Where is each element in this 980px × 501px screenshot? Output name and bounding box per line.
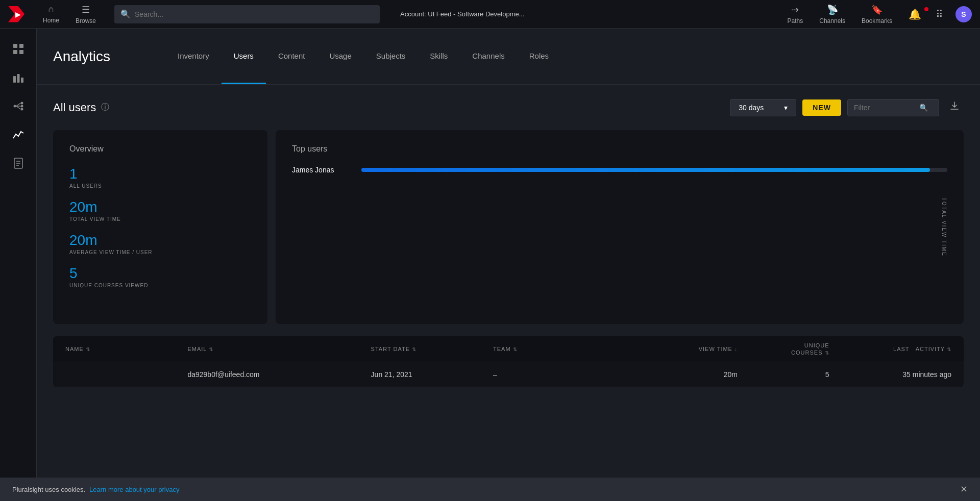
filter-input[interactable]	[854, 104, 915, 112]
svg-point-7	[13, 105, 16, 108]
svg-rect-6	[21, 78, 23, 83]
channels-icon: 📡	[827, 4, 838, 15]
cookie-privacy-link[interactable]: Learn more about your privacy	[89, 486, 179, 493]
table-row[interactable]: da929b0f@uifeed.com Jun 21, 2021 – 20m 5…	[53, 362, 964, 387]
analytics-header: Analytics Inventory Users Content Usage …	[37, 29, 980, 85]
paths-icon: ⇢	[791, 4, 799, 15]
th-unique-courses[interactable]: UNIQUE COURSES ⇅	[738, 342, 829, 356]
svg-rect-1	[19, 44, 23, 48]
tab-roles[interactable]: Roles	[517, 29, 561, 84]
tab-usage[interactable]: Usage	[317, 29, 363, 84]
th-last-activity[interactable]: LAST ACTIVITY ⇅	[829, 342, 951, 356]
notifications-button[interactable]: 🔔	[902, 8, 927, 20]
filter-input-container[interactable]: 🔍	[847, 99, 939, 116]
overview-card: Overview 1 ALL USERS 20m TOTAL VIEW TIME…	[53, 130, 267, 324]
cookie-text: Pluralsight uses cookies.	[12, 486, 85, 493]
th-email[interactable]: EMAIL ⇅	[187, 342, 371, 356]
cookie-banner: Pluralsight uses cookies. Learn more abo…	[0, 478, 980, 501]
svg-rect-3	[19, 50, 23, 54]
bookmarks-nav-item[interactable]: 🔖 Bookmarks	[855, 4, 898, 24]
cookie-close-button[interactable]: ✕	[960, 484, 968, 495]
tab-subjects[interactable]: Subjects	[364, 29, 418, 84]
new-button[interactable]: NEW	[802, 99, 841, 116]
bookmarks-label: Bookmarks	[862, 17, 892, 24]
users-header: All users ⓘ 30 days ▾ NEW 🔍	[53, 97, 964, 118]
bookmarks-icon: 🔖	[871, 4, 883, 15]
stat-unique-courses-label: UNIQUE COURSES VIEWED	[69, 283, 251, 288]
home-label: Home	[43, 17, 59, 24]
search-bar[interactable]: 🔍	[114, 5, 380, 23]
stat-avg-view-time-label: AVERAGE VIEW TIME / USER	[69, 249, 251, 255]
user-bar-container	[361, 168, 947, 172]
svg-rect-0	[13, 44, 17, 48]
search-icon: 🔍	[120, 9, 131, 19]
overview-title: Overview	[69, 144, 251, 154]
sidebar-item-tree[interactable]	[6, 94, 31, 118]
analytics-tab-nav: Inventory Users Content Usage Subjects S…	[165, 29, 561, 84]
tab-inventory[interactable]: Inventory	[165, 29, 222, 84]
main-layout: Analytics Inventory Users Content Usage …	[0, 29, 980, 501]
logo[interactable]: ▶	[8, 6, 24, 22]
stat-unique-courses: 5 UNIQUE COURSES VIEWED	[69, 265, 251, 288]
channels-nav-item[interactable]: 📡 Channels	[813, 4, 851, 24]
td-view-time: 20m	[616, 370, 738, 379]
tab-content[interactable]: Content	[266, 29, 317, 84]
account-info: Account: UI Feed - Software Developme...	[400, 10, 525, 18]
paths-nav-item[interactable]: ⇢ Paths	[781, 4, 810, 24]
sidebar-item-grid[interactable]	[6, 37, 31, 61]
page-title: Analytics	[53, 48, 135, 65]
td-team: –	[493, 370, 615, 379]
td-unique-courses: 5	[738, 370, 829, 379]
sidebar-item-chart[interactable]	[6, 65, 31, 90]
avatar[interactable]: S	[955, 6, 972, 22]
browse-icon: ☰	[82, 4, 90, 15]
svg-line-11	[16, 103, 20, 106]
analytics-icon	[13, 129, 24, 140]
tab-channels[interactable]: Channels	[460, 29, 517, 84]
home-nav-item[interactable]: ⌂ Home	[35, 4, 67, 24]
svg-rect-2	[13, 50, 17, 54]
vertical-label: TOTAL VIEW TIME	[942, 197, 947, 257]
sort-icon-name: ⇅	[86, 346, 90, 352]
sidebar-item-analytics[interactable]	[6, 122, 31, 147]
download-button[interactable]	[945, 97, 964, 118]
table-header: NAME ⇅ EMAIL ⇅ START DATE ⇅ TEAM ⇅	[53, 336, 964, 362]
header-controls: 30 days ▾ NEW 🔍	[730, 97, 964, 118]
paths-label: Paths	[788, 17, 803, 24]
users-table: NAME ⇅ EMAIL ⇅ START DATE ⇅ TEAM ⇅	[53, 336, 964, 387]
sidebar-item-document[interactable]	[6, 151, 31, 176]
download-icon	[949, 101, 960, 111]
cards-row: Overview 1 ALL USERS 20m TOTAL VIEW TIME…	[53, 130, 964, 324]
svg-point-9	[20, 105, 23, 108]
stat-total-view-time-label: TOTAL VIEW TIME	[69, 216, 251, 222]
stat-all-users-value: 1	[69, 166, 251, 182]
th-name[interactable]: NAME ⇅	[65, 342, 187, 356]
home-icon: ⌂	[48, 4, 54, 15]
top-users-title: Top users	[292, 144, 947, 154]
users-title: All users	[53, 101, 96, 114]
th-start-date[interactable]: START DATE ⇅	[371, 342, 493, 356]
th-team[interactable]: TEAM ⇅	[493, 342, 615, 356]
stat-total-view-time: 20m TOTAL VIEW TIME	[69, 199, 251, 222]
days-selector-value: 30 days	[739, 104, 764, 112]
sort-icon-start-date: ⇅	[412, 346, 416, 352]
sort-icon-last-activity: ⇅	[947, 346, 951, 352]
top-user-name: James Jonas	[292, 166, 353, 174]
th-view-time[interactable]: VIEW TIME ↓	[616, 342, 738, 356]
tab-users[interactable]: Users	[222, 29, 266, 84]
apps-button[interactable]: ⠿	[932, 8, 947, 20]
main-content: Analytics Inventory Users Content Usage …	[37, 29, 980, 501]
bar-chart-icon	[13, 72, 24, 83]
search-input[interactable]	[135, 10, 374, 18]
page-content: All users ⓘ 30 days ▾ NEW 🔍	[37, 85, 980, 501]
sort-icon-email: ⇅	[209, 346, 213, 352]
tab-skills[interactable]: Skills	[418, 29, 460, 84]
info-icon[interactable]: ⓘ	[101, 102, 109, 113]
days-selector[interactable]: 30 days ▾	[730, 99, 796, 116]
td-email: da929b0f@uifeed.com	[187, 370, 371, 379]
browse-nav-item[interactable]: ☰ Browse	[67, 4, 104, 24]
td-last-activity: 35 minutes ago	[829, 370, 951, 379]
stat-all-users-label: ALL USERS	[69, 183, 251, 189]
svg-point-10	[20, 108, 23, 111]
svg-line-13	[16, 106, 20, 109]
